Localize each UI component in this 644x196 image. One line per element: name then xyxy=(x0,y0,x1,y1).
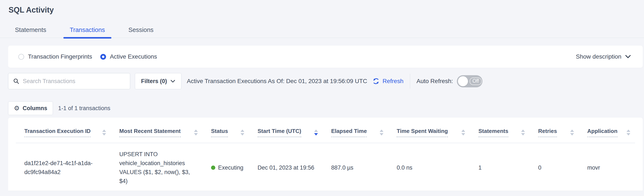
tab-sessions[interactable]: Sessions xyxy=(122,26,160,38)
sort-icon xyxy=(380,130,384,136)
cell-time-spent-waiting: 0.0 ns xyxy=(388,143,470,191)
transactions-table: Transaction Execution ID Most Recent Sta… xyxy=(16,118,635,191)
sort-icon xyxy=(194,130,198,136)
show-description-button[interactable]: Show description xyxy=(576,53,631,60)
gear-icon: ⚙ xyxy=(14,105,20,111)
table-header-row: Transaction Execution ID Most Recent Sta… xyxy=(16,118,635,143)
sort-icon xyxy=(102,130,106,136)
result-count: 1-1 of 1 transactions xyxy=(58,105,110,112)
chevron-down-icon xyxy=(625,55,631,58)
radio-label: Transaction Fingerprints xyxy=(28,53,92,60)
view-mode-panel: Transaction Fingerprints Active Executio… xyxy=(8,46,643,68)
column-header-start-time[interactable]: Start Time (UTC) xyxy=(249,118,323,143)
executing-status-dot-icon xyxy=(211,166,215,170)
table-controls-row: Filters (0) Active Transaction Execution… xyxy=(8,73,643,89)
transactions-table-panel: Transaction Execution ID Most Recent Sta… xyxy=(8,118,643,191)
cell-start-time: Dec 01, 2023 at 19:56 xyxy=(249,143,323,191)
column-header-elapsed-time[interactable]: Elapsed Time xyxy=(323,118,388,143)
cell-elapsed-time: 887.0 µs xyxy=(323,143,388,191)
cell-most-recent-statement: UPSERT INTO vehicle_location_histories V… xyxy=(111,143,202,191)
column-header-most-recent-statement[interactable]: Most Recent Statement xyxy=(111,118,202,143)
refresh-button[interactable]: Refresh xyxy=(372,77,404,85)
column-header-transaction-execution-id[interactable]: Transaction Execution ID xyxy=(16,118,111,143)
sort-icon xyxy=(461,130,465,136)
cell-retries: 0 xyxy=(530,143,579,191)
radio-active-executions[interactable]: Active Executions xyxy=(100,53,157,60)
toggle-knob-icon xyxy=(458,76,468,86)
chevron-down-icon xyxy=(170,80,175,83)
auto-refresh-toggle[interactable]: Off xyxy=(457,75,482,87)
sort-icon xyxy=(240,130,244,136)
cell-application: movr xyxy=(579,143,635,191)
filters-label: Filters (0) xyxy=(141,78,167,85)
tab-statements[interactable]: Statements xyxy=(8,26,53,38)
columns-label: Columns xyxy=(22,105,47,112)
as-of-timestamp: Active Transaction Executions As Of: Dec… xyxy=(187,78,367,85)
tab-transactions[interactable]: Transactions xyxy=(64,26,112,38)
filters-button[interactable]: Filters (0) xyxy=(135,73,182,89)
cell-transaction-execution-id: da1f21e2-de71-4c1f-a1da-dc9fc94a84a2 xyxy=(16,143,111,191)
show-description-label: Show description xyxy=(576,53,622,60)
vertical-divider xyxy=(410,74,410,89)
search-box xyxy=(8,73,130,89)
column-header-status[interactable]: Status xyxy=(202,118,249,143)
toggle-state-label: Off xyxy=(470,78,482,85)
auto-refresh-control: Auto Refresh: Off xyxy=(416,75,482,87)
column-header-time-spent-waiting[interactable]: Time Spent Waiting xyxy=(388,118,470,143)
column-header-application[interactable]: Application xyxy=(579,118,635,143)
sql-activity-page: SQL Activity Statements Transactions Ses… xyxy=(0,0,644,191)
radio-transaction-fingerprints[interactable]: Transaction Fingerprints xyxy=(18,53,92,60)
sort-icon xyxy=(314,130,318,136)
sort-icon xyxy=(521,130,525,136)
page-title: SQL Activity xyxy=(0,0,644,14)
search-input[interactable] xyxy=(23,78,125,85)
radio-icon xyxy=(18,54,24,60)
transaction-execution-id-link[interactable]: da1f21e2-de71-4c1f-a1da-dc9fc94a84a2 xyxy=(24,160,92,175)
tab-bar: Statements Transactions Sessions xyxy=(0,26,644,38)
table-toolbar: ⚙ Columns 1-1 of 1 transactions xyxy=(8,101,636,115)
column-header-statements[interactable]: Statements xyxy=(470,118,530,143)
table-row: da1f21e2-de71-4c1f-a1da-dc9fc94a84a2 UPS… xyxy=(16,143,635,191)
radio-label: Active Executions xyxy=(110,53,157,60)
sort-icon xyxy=(570,130,574,136)
status-label: Executing xyxy=(218,165,244,171)
refresh-label: Refresh xyxy=(382,78,404,85)
cell-status: Executing xyxy=(202,143,249,191)
search-icon xyxy=(13,78,20,84)
auto-refresh-label: Auto Refresh: xyxy=(416,78,453,85)
sort-icon xyxy=(626,130,630,136)
refresh-icon xyxy=(372,77,380,85)
view-mode-radio-group: Transaction Fingerprints Active Executio… xyxy=(18,53,157,60)
radio-icon xyxy=(100,54,106,60)
cell-statements: 1 xyxy=(470,143,530,191)
columns-button[interactable]: ⚙ Columns xyxy=(8,101,53,115)
column-header-retries[interactable]: Retries xyxy=(530,118,579,143)
